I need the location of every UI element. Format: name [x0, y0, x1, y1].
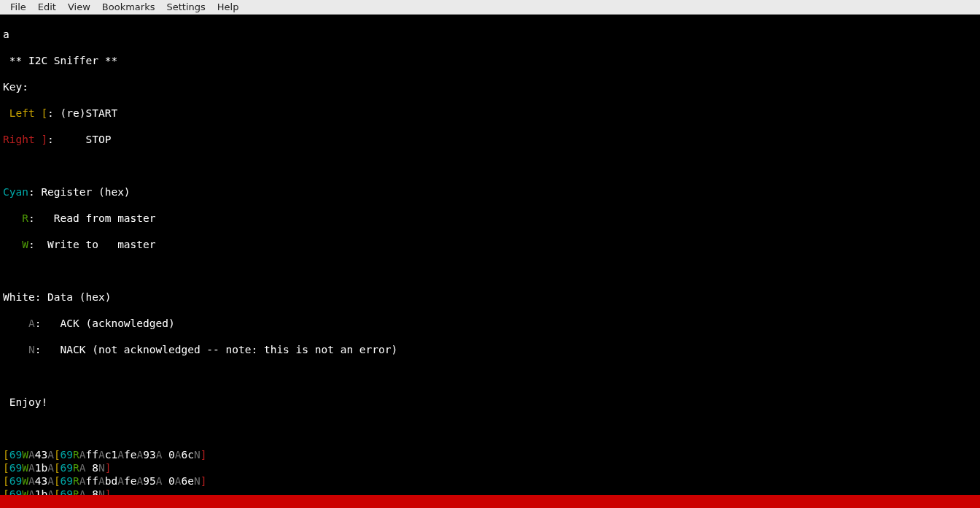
sniff-line: [69WA1bA[69RA 8N]	[3, 461, 977, 474]
key-w-desc: : Write to master	[28, 239, 156, 250]
key-n-label: N	[3, 344, 35, 355]
key-left-label: Left [	[3, 107, 47, 119]
menu-help[interactable]: Help	[211, 1, 245, 14]
term-key-heading: Key:	[3, 81, 28, 93]
menu-bookmarks[interactable]: Bookmarks	[96, 1, 161, 14]
menu-view[interactable]: View	[62, 1, 96, 14]
key-a-desc: : ACK (acknowledged)	[35, 318, 175, 329]
key-white-desc: : Data (hex)	[35, 291, 112, 303]
term-enjoy: Enjoy!	[3, 396, 47, 408]
key-n-desc: : NACK (not acknowledged -- note: this i…	[35, 344, 398, 355]
terminal[interactable]: a ** I2C Sniffer ** Key: Left [: (re)STA…	[0, 15, 980, 508]
menu-file[interactable]: File	[4, 1, 32, 14]
menu-edit[interactable]: Edit	[32, 1, 62, 14]
key-left-desc: : (re)START	[47, 107, 117, 119]
key-cyan-label: Cyan	[3, 186, 28, 198]
key-white-label: White	[3, 291, 35, 303]
key-a-label: A	[3, 318, 35, 329]
key-cyan-desc: : Register (hex)	[28, 186, 131, 198]
key-r-label: R	[3, 212, 28, 224]
key-right-desc: : STOP	[47, 134, 111, 145]
key-r-desc: : Read from master	[28, 212, 156, 224]
menu-settings[interactable]: Settings	[160, 1, 211, 14]
term-line: a	[3, 28, 9, 40]
sniff-line: [69WA43A[69RAffAbdAfeA95A 0A6eN]	[3, 474, 977, 488]
term-title: ** I2C Sniffer **	[3, 55, 117, 66]
key-right-label: Right ]	[3, 134, 47, 145]
key-w-label: W	[3, 239, 28, 250]
menubar: File Edit View Bookmarks Settings Help	[0, 0, 980, 15]
sniff-line: [69WA43A[69RAffAc1AfeA93A 0A6cN]	[3, 448, 977, 461]
statusbar: CTRL-A Z for help | 3000000 8N1 | NOR | …	[0, 495, 980, 508]
